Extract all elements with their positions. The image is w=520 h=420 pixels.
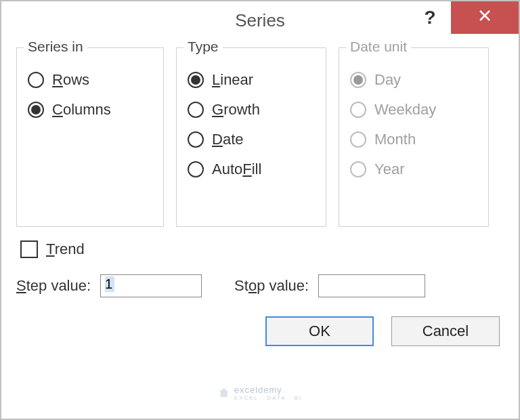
help-icon: ? [424,7,435,28]
titlebar-controls: ? [409,1,519,34]
radio-label: Year [374,161,404,178]
radio-label: AutoFill [212,161,261,178]
radio-label: Date [212,131,243,148]
radio-rows[interactable]: Rows [28,71,152,89]
radio-label: Columns [52,101,111,119]
radio-icon [188,161,204,177]
radio-label: Month [374,131,416,148]
group-title-date-unit: Date unit [346,39,411,55]
radio-icon [188,131,204,148]
radio-columns[interactable]: Columns [28,101,152,119]
radio-label: Weekday [374,101,436,119]
dialog-title: Series [235,10,285,31]
radio-icon [28,72,44,88]
cancel-button-label: Cancel [422,322,469,340]
radio-label: Linear [212,71,253,89]
group-title-type: Type [183,39,223,55]
radio-label: Day [374,71,401,89]
watermark-text: exceldemy [234,385,282,395]
radio-icon [188,72,204,88]
radio-growth[interactable]: Growth [188,101,315,119]
close-button[interactable] [451,1,519,34]
dialog-buttons: OK Cancel [16,316,504,346]
radio-linear[interactable]: Linear [188,71,315,89]
ok-button-label: OK [309,322,330,340]
radio-icon [350,131,366,148]
svg-marker-2 [219,388,229,392]
step-value-input[interactable]: 1 [100,274,202,297]
groups-row: Series in Rows Columns Type Linear [16,47,504,227]
group-series-in: Series in Rows Columns [16,47,164,227]
checkbox-label: Trend [46,240,85,258]
radio-label: Rows [52,71,89,89]
group-type: Type Linear Growth Date AutoFill [176,47,326,227]
radio-weekday: Weekday [350,101,477,119]
radio-icon [28,102,44,118]
dialog-content: Series in Rows Columns Type Linear [1,39,519,360]
svg-rect-3 [221,392,228,397]
stop-value-label: Stop value: [234,277,309,295]
series-dialog: Series ? Series in Rows Colu [0,0,520,420]
step-value-label: Step value: [16,277,91,295]
radio-autofill[interactable]: AutoFill [188,161,315,178]
radio-label: Growth [212,101,260,119]
watermark-subtext: EXCEL · DATA · BI [234,395,303,401]
group-title-series-in: Series in [24,39,87,55]
ok-button[interactable]: OK [265,316,374,346]
radio-day: Day [350,71,477,89]
values-row: Step value: 1 Stop value: [16,274,504,297]
trend-checkbox[interactable]: Trend [20,240,504,258]
watermark-icon [218,387,230,399]
radio-icon [350,72,366,88]
group-date-unit: Date unit Day Weekday Month Year [339,47,489,227]
checkbox-icon [20,240,38,258]
cancel-button[interactable]: Cancel [391,316,500,346]
watermark: exceldemy EXCEL · DATA · BI [218,385,303,401]
radio-icon [350,102,366,118]
radio-year: Year [350,161,477,178]
titlebar: Series ? [1,1,519,39]
radio-icon [188,102,204,118]
radio-icon [350,161,366,177]
close-icon [478,9,492,26]
stop-value-input[interactable] [318,274,425,297]
help-button[interactable]: ? [409,1,451,34]
radio-month: Month [350,131,477,148]
radio-date[interactable]: Date [188,131,315,148]
